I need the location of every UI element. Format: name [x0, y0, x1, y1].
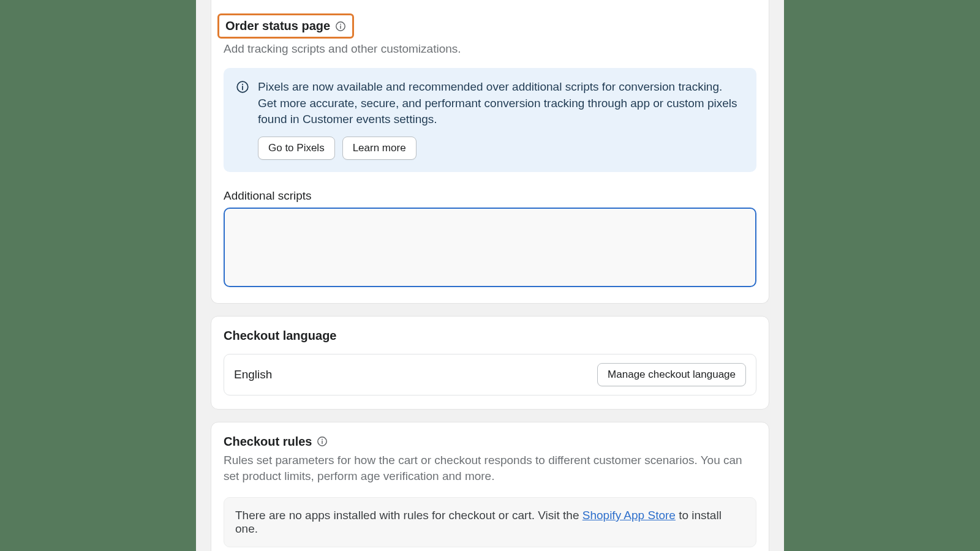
order-status-title: Order status page	[225, 19, 330, 33]
checkout-rules-title: Checkout rules	[224, 435, 312, 449]
checkout-rules-empty-state: There are no apps installed with rules f…	[224, 497, 756, 547]
pixels-info-banner: Pixels are now available and recommended…	[224, 68, 756, 172]
checkout-language-value: English	[234, 368, 272, 381]
learn-more-button[interactable]: Learn more	[342, 137, 417, 160]
manage-checkout-language-button[interactable]: Manage checkout language	[597, 363, 746, 386]
shopify-app-store-link[interactable]: Shopify App Store	[582, 509, 676, 522]
svg-point-5	[242, 84, 243, 85]
info-icon	[236, 80, 249, 94]
info-icon[interactable]	[335, 21, 346, 32]
additional-scripts-input[interactable]	[224, 208, 756, 287]
checkout-language-row: English Manage checkout language	[224, 354, 756, 395]
banner-actions: Go to Pixels Learn more	[258, 137, 744, 160]
svg-point-8	[322, 439, 323, 440]
checkout-language-card: Checkout language English Manage checkou…	[211, 316, 769, 410]
checkout-rules-card: Checkout rules Rules set parameters for …	[211, 422, 769, 551]
settings-column: Order status page Add tracking scripts a…	[196, 0, 784, 551]
checkout-language-title: Checkout language	[224, 329, 756, 343]
svg-point-2	[340, 23, 341, 24]
additional-scripts-label: Additional scripts	[224, 189, 756, 203]
empty-state-prefix: There are no apps installed with rules f…	[235, 509, 582, 522]
go-to-pixels-button[interactable]: Go to Pixels	[258, 137, 335, 160]
info-icon[interactable]	[317, 436, 328, 447]
order-status-card: Order status page Add tracking scripts a…	[211, 0, 769, 304]
checkout-rules-title-row: Checkout rules	[224, 435, 756, 449]
order-status-title-highlight: Order status page	[217, 13, 354, 39]
order-status-subtitle: Add tracking scripts and other customiza…	[224, 42, 756, 56]
banner-text: Pixels are now available and recommended…	[258, 79, 744, 128]
checkout-rules-description: Rules set parameters for how the cart or…	[224, 452, 756, 485]
banner-body: Pixels are now available and recommended…	[258, 79, 744, 160]
